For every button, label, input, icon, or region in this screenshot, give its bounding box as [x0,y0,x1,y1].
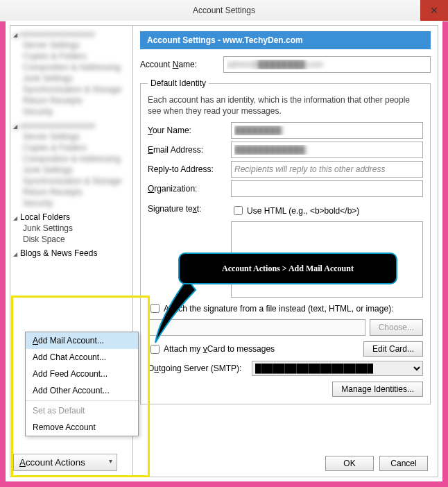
menu-add-chat-account[interactable]: Add Chat Account... [26,349,138,366]
tree-sub[interactable]: Composition & Addressing [10,62,132,73]
tree-sub[interactable]: Return Receipts [10,95,132,106]
tree-disk-space[interactable]: Disk Space [10,234,132,245]
banner-site: www.TechyDen.com [223,35,302,45]
ok-button[interactable]: OK [325,456,374,471]
tree-sub[interactable]: Composition & Addressing [10,153,132,164]
titlebar: Account Settings ✕ [0,0,448,22]
tree-local-folders[interactable]: Local Folders [10,212,132,223]
smtp-select[interactable]: ████████████████████ [252,361,423,376]
signature-text-label: Signature text: [148,204,231,214]
manage-identities-button[interactable]: Manage Identities... [332,382,423,397]
menu-separator [26,400,138,401]
dialog-footer: OK Cancel [325,456,428,471]
reply-to-input[interactable] [231,161,423,178]
callout-tail [153,276,201,345]
tree-sub[interactable]: Copies & Folders [10,51,132,62]
tree-account-1[interactable]: xxxxxxxxxxxxxxxxxx [10,28,132,40]
attach-vcard-checkbox[interactable] [150,345,160,354]
tree-sub[interactable]: Junk Settings [10,73,132,84]
edit-card-button[interactable]: Edit Card... [363,341,423,357]
menu-add-feed-account[interactable]: Add Feed Account... [26,366,138,382]
identity-legend: Default Identity [148,78,209,88]
tree-sub[interactable]: Junk Settings [10,164,132,176]
use-html-label: Use HTML (e.g., <b>bold</b>) [247,206,359,216]
menu-add-other-account[interactable]: Add Other Account... [26,382,138,399]
close-button[interactable]: ✕ [420,0,448,21]
your-name-label: Your Name: [148,126,231,135]
default-identity-group: Default Identity Each account has an ide… [140,78,431,404]
email-label: Email Address: [148,145,231,155]
menu-set-default: Set as Default [26,402,138,419]
identity-desc: Each account has an identity, which is t… [148,95,423,117]
menu-remove-account[interactable]: Remove Account [26,419,138,436]
organization-label: Organization: [148,184,231,194]
tree-sub[interactable]: Copies & Folders [10,142,132,153]
tree-account-2[interactable]: xxxxxxxxxxxxxxxxxx [10,120,132,131]
reply-to-label: Reply-to Address: [148,164,231,174]
callout-text: Account Actions > Add Mail Account [222,264,354,274]
account-name-input[interactable] [223,56,431,73]
outer-border: Account Settings ✕ xxxxxxxxxxxxxxxxxx Se… [0,0,448,487]
use-html-checkbox[interactable] [234,206,243,215]
cancel-button[interactable]: Cancel [379,456,428,471]
account-name-label: Account Name: [140,60,223,69]
tree-sub[interactable]: Server Settings [10,131,132,142]
tutorial-callout: Account Actions > Add Mail Account [178,253,397,284]
account-actions-button[interactable]: Account Actions [13,454,117,471]
tree-sub[interactable]: Security [10,198,132,209]
tree-sub[interactable]: Return Receipts [10,187,132,198]
account-actions-menu: Add Mail Account... Add Chat Account... … [25,332,139,436]
close-icon: ✕ [430,5,438,16]
banner: Account Settings - www.TechyDen.com [140,31,431,49]
menu-add-mail-account[interactable]: Add Mail Account... [26,332,138,349]
your-name-input[interactable] [231,122,423,139]
window-title: Account Settings [193,6,255,15]
tree-sub[interactable]: Server Settings [10,40,132,51]
attach-vcard-label: Attach my vCard to messages [164,344,363,354]
tree-junk-settings[interactable]: Junk Settings [10,223,132,234]
content-pane: Account Settings - www.TechyDen.com Acco… [133,26,438,477]
email-input[interactable] [231,142,423,158]
tree-sub[interactable]: Synchronization & Storage [10,176,132,187]
banner-prefix: Account Settings - [147,35,223,45]
tree-sub[interactable]: Security [10,106,132,117]
choose-file-button: Choose... [370,319,423,336]
smtp-label: Outgoing Server (SMTP): [148,364,252,373]
tree-blogs-news[interactable]: Blogs & News Feeds [10,248,132,259]
tree-sub[interactable]: Synchronization & Storage [10,84,132,95]
organization-input[interactable] [231,180,423,197]
